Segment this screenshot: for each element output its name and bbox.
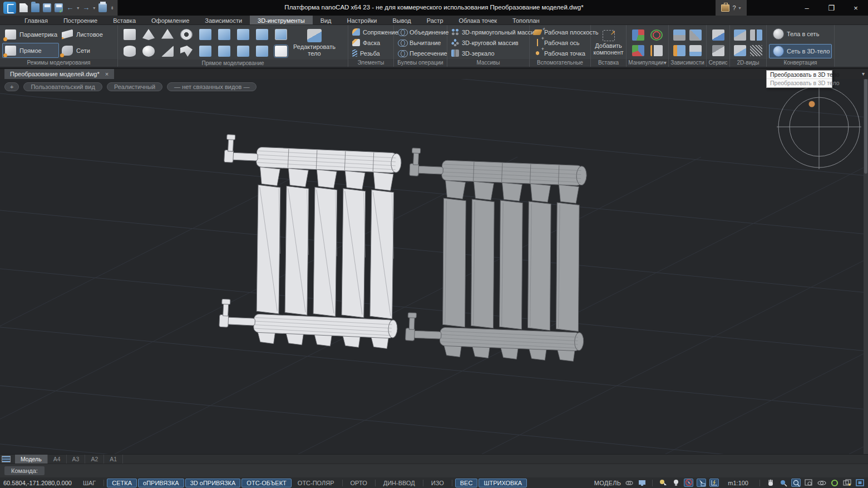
pan-icon[interactable] [766, 479, 775, 487]
selection-preview-icon[interactable] [697, 479, 706, 487]
mesh-mode-button[interactable]: Сети [59, 43, 112, 58]
toggle-шаг[interactable]: ШАГ [78, 479, 101, 487]
base-view-icon[interactable] [734, 29, 746, 41]
menu-tab-1[interactable]: Главная [17, 16, 56, 24]
zoom-object-icon[interactable] [804, 479, 813, 487]
push-pull-icon[interactable] [199, 29, 211, 40]
box-primitive-icon[interactable] [124, 29, 136, 40]
pyramid-primitive-icon[interactable] [161, 29, 174, 40]
annotation-scale[interactable]: m1:100 [728, 480, 748, 486]
wedge-primitive-icon[interactable] [161, 46, 174, 57]
toggle-отс-объект[interactable]: ОТС-ОБЪЕКТ [241, 479, 291, 487]
sheet-metal-mode-button[interactable]: Листовое [59, 27, 112, 42]
parametric-mode-button[interactable]: Параметрика [2, 27, 59, 42]
tangent-constraint-icon[interactable] [673, 45, 685, 56]
layout-list-icon[interactable] [2, 456, 11, 462]
qat-customize-icon[interactable]: ⇟ [110, 6, 114, 11]
angle-constraint-icon[interactable] [689, 29, 702, 41]
zoom-window-icon[interactable] [791, 479, 801, 487]
add-component-button[interactable]: Добавить компонент [593, 30, 624, 56]
direct-mode-button[interactable]: Прямое [2, 43, 59, 58]
chamfer-button[interactable]: Фаска [351, 38, 391, 47]
drawing-viewport[interactable]: + Пользовательский видРеалистичный— нет … [0, 79, 868, 454]
toggle-вес[interactable]: ВЕС [455, 479, 478, 487]
thicken-face-icon[interactable] [256, 29, 268, 40]
menu-tab-10[interactable]: Растр [419, 16, 451, 24]
move-gizmo-icon[interactable] [632, 29, 644, 41]
model-space-button[interactable]: МОДЕЛЬ [594, 480, 622, 486]
redo-dropdown-icon[interactable]: ▾ [93, 6, 95, 11]
extrude-line-icon[interactable] [256, 46, 268, 57]
dynamic-ucs-icon[interactable] [709, 479, 719, 487]
subtract-button[interactable]: Вычитание [396, 38, 445, 47]
layout-tab-a2[interactable]: A2 [85, 455, 104, 464]
proj-view-icon[interactable] [750, 29, 762, 41]
rectangle-tool-icon[interactable] [275, 46, 287, 57]
visual-style-pill[interactable]: Реалистичный [107, 82, 162, 91]
workaxis-button[interactable]: Рабочая ось [532, 38, 588, 47]
union-button[interactable]: Объединение [396, 28, 445, 37]
bulb-icon[interactable] [671, 479, 680, 487]
toggle-штриховка[interactable]: ШТРИХОВКА [479, 479, 527, 487]
menu-tab-12[interactable]: Топоплан [505, 16, 548, 24]
close-tab-icon[interactable]: × [105, 71, 108, 77]
scrollbar-thumb[interactable] [864, 79, 867, 174]
move-face-icon[interactable] [218, 46, 230, 57]
polar-array-button[interactable]: 3D-круговой массив [450, 38, 527, 47]
toggle-3d-опривязка[interactable]: 3D оПРИВЯЗКА [185, 479, 241, 487]
monitor-icon[interactable] [637, 479, 647, 487]
fix-constraint-icon[interactable] [689, 45, 702, 56]
cone-primitive-icon[interactable] [142, 29, 155, 40]
menu-tab-6[interactable]: 3D-инструменты [250, 16, 313, 24]
replace-body-icon[interactable] [712, 45, 724, 56]
save-as-icon[interactable] [55, 3, 63, 12]
body-to-mesh-button[interactable]: Тела в сеть [769, 27, 832, 41]
convert-dropdown-item-2[interactable]: Преобразовать в 3D тело [767, 79, 832, 87]
hatch-view-icon[interactable] [750, 45, 762, 56]
selection-cycling-off-icon[interactable] [684, 479, 693, 487]
command-prompt[interactable]: Команда: [4, 466, 45, 475]
radiator-mesh-model[interactable] [216, 134, 406, 349]
copy-mode-icon[interactable] [842, 479, 852, 487]
fullscreen-icon[interactable] [855, 479, 865, 487]
rect-array-button[interactable]: 3D-прямоугольный массив [450, 28, 527, 37]
menu-tab-9[interactable]: Вывод [384, 16, 418, 24]
chevron-down-icon[interactable]: ▾ [664, 60, 667, 66]
view-name-pill[interactable]: Пользовательский вид [23, 82, 102, 91]
toolbox-icon[interactable] [721, 4, 729, 12]
mirror3d-button[interactable]: 3D-зеркало [450, 49, 527, 58]
add-view-button[interactable]: + [4, 82, 19, 91]
toggle-отс-поляр[interactable]: ОТС-ПОЛЯР [293, 479, 339, 487]
help-dropdown-icon[interactable]: ▾ [739, 6, 741, 11]
shell-primitive-icon[interactable] [180, 46, 193, 57]
taper-face-icon[interactable] [237, 29, 249, 40]
menu-tab-5[interactable]: Зависимости [197, 16, 250, 24]
help-button[interactable]: ? [732, 4, 736, 11]
mesh-to-solid-button[interactable]: Сеть в 3D-тело [769, 44, 832, 58]
toggle-опривязка[interactable]: оПРИВЯЗКА [138, 479, 184, 487]
maximize-button[interactable]: ❐ [819, 0, 844, 16]
document-tab[interactable]: Преобразование моделей.dwg* × [4, 69, 114, 79]
redo-icon[interactable]: → [82, 3, 90, 12]
command-line[interactable]: Команда: [0, 464, 868, 477]
undo-dropdown-icon[interactable]: ▾ [77, 6, 79, 11]
copy-body-icon[interactable] [712, 29, 724, 41]
workplane-button[interactable]: Рабочая плоскость [532, 28, 588, 37]
linked-views-pill[interactable]: — нет связанных видов — [167, 82, 257, 91]
zoom-icon[interactable] [778, 479, 788, 487]
menu-tab-11[interactable]: Облака точек [451, 16, 505, 24]
toggle-сетка[interactable]: СЕТКА [107, 479, 137, 487]
menu-tab-7[interactable]: Вид [313, 16, 339, 24]
thread-button[interactable]: Резьба [351, 49, 391, 58]
toggle-орто[interactable]: ОРТО [346, 479, 372, 487]
new-file-icon[interactable] [19, 3, 28, 12]
rotate-gizmo-icon[interactable] [650, 29, 663, 41]
align-manip-icon[interactable] [650, 45, 663, 56]
convert-dropdown-item-1[interactable]: Преобразовать в 3D тело [767, 71, 832, 79]
menu-tab-8[interactable]: Настройки [339, 16, 385, 24]
edit-body-button[interactable]: Редактировать тело [293, 29, 336, 57]
layout-tab-a3[interactable]: A3 [67, 455, 86, 464]
orbit-icon[interactable] [817, 479, 826, 487]
print-icon[interactable] [98, 3, 107, 12]
section-plane-icon[interactable] [237, 46, 249, 57]
